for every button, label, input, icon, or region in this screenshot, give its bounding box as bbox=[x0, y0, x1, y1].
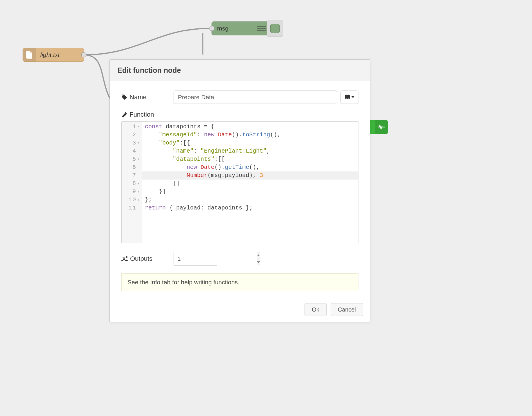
file-icon bbox=[23, 48, 36, 62]
outputs-spinner[interactable] bbox=[174, 252, 217, 266]
node-output-port[interactable] bbox=[81, 53, 86, 57]
editor-gutter: 1▾23▾45▾678▴9▴10▴11 bbox=[122, 122, 142, 243]
node-debug-label: msg bbox=[217, 25, 229, 32]
edit-function-dialog: Edit function node Name bbox=[110, 59, 370, 322]
tag-icon bbox=[121, 94, 127, 100]
name-field-label: Name bbox=[121, 93, 174, 101]
info-tip: See the Info tab for help writing functi… bbox=[121, 273, 358, 291]
caret-down-icon bbox=[351, 96, 354, 98]
node-file-in[interactable]: light.txt bbox=[23, 48, 84, 62]
debug-bars-icon bbox=[257, 24, 266, 32]
outputs-decrement-button[interactable] bbox=[257, 259, 260, 266]
book-icon bbox=[345, 95, 350, 100]
cancel-button[interactable]: Cancel bbox=[331, 303, 363, 316]
outputs-input[interactable] bbox=[174, 252, 257, 265]
node-input-port[interactable] bbox=[209, 26, 214, 31]
node-file-label: light.txt bbox=[36, 51, 84, 58]
wrench-icon bbox=[121, 112, 127, 117]
function-code-editor[interactable]: 1▾23▾45▾678▴9▴10▴11 const datapoints = {… bbox=[121, 121, 358, 243]
node-debug[interactable]: msg bbox=[212, 21, 271, 35]
svg-point-0 bbox=[122, 95, 123, 96]
function-field-label: Function bbox=[121, 111, 358, 118]
editor-code-area[interactable]: const datapoints = { "messageId": new Da… bbox=[142, 122, 358, 243]
dialog-footer: Ok Cancel bbox=[110, 297, 370, 322]
outputs-increment-button[interactable] bbox=[257, 252, 260, 259]
shuffle-icon bbox=[121, 256, 128, 261]
dialog-title: Edit function node bbox=[117, 66, 362, 75]
library-dropdown-button[interactable] bbox=[340, 91, 358, 104]
name-input[interactable] bbox=[174, 91, 337, 104]
dialog-header: Edit function node bbox=[110, 60, 370, 81]
outputs-field-label: Outputs bbox=[121, 255, 174, 263]
pulse-icon bbox=[375, 120, 388, 134]
ok-button[interactable]: Ok bbox=[305, 303, 327, 316]
debug-toggle-button[interactable] bbox=[267, 20, 283, 37]
